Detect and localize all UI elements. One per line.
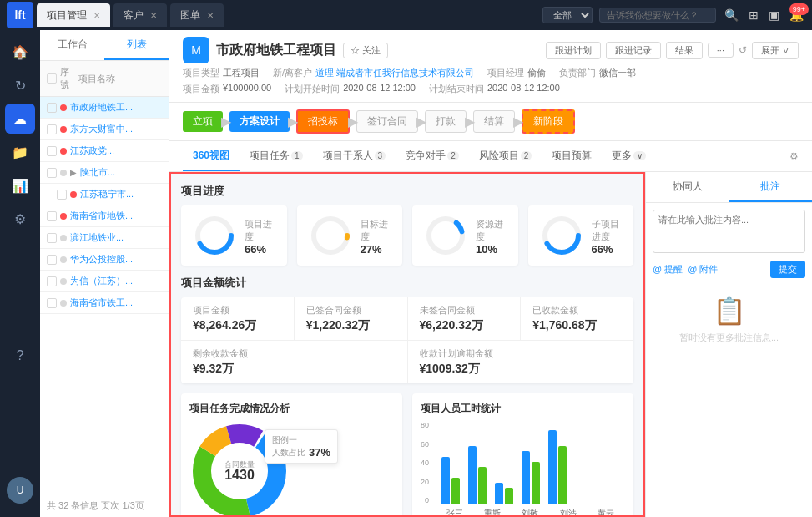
row-checkbox[interactable]	[47, 103, 57, 113]
step-box[interactable]: 结算	[473, 110, 515, 133]
svg-text:1430: 1430	[224, 468, 255, 482]
tab-budget[interactable]: 项目预算	[542, 141, 602, 171]
project-row[interactable]: ▶ 陕北市...	[40, 162, 169, 184]
row-checkbox[interactable]	[47, 124, 57, 134]
attach-tool[interactable]: @ 附件	[688, 263, 718, 276]
expand-icon[interactable]: ▶	[70, 168, 77, 177]
project-list-panel: 工作台 列表 序號 项目名称 市政府地铁工... 东方大财富中... 江苏政党.…	[40, 30, 169, 517]
tab-more[interactable]: 更多 ∨	[602, 141, 656, 171]
mention-tool[interactable]: @ 提醒	[653, 263, 683, 276]
sidebar-item-chart[interactable]: 📊	[5, 170, 35, 200]
comment-input[interactable]	[653, 210, 805, 253]
tab-collaborators[interactable]: 协同人	[646, 172, 729, 202]
bar-actual	[532, 462, 540, 504]
row-checkbox[interactable]	[47, 168, 57, 178]
select-all-checkbox[interactable]	[47, 73, 57, 84]
bar-group-huangyun	[548, 430, 567, 504]
step-dakuan[interactable]: 打款	[425, 110, 467, 133]
project-header: M 市政府地铁工程项目 ☆ 关注 跟进计划 跟进记录 结果 ··· ↺ 展开 ∨…	[169, 30, 812, 103]
project-row[interactable]: 东方大财富中...	[40, 119, 169, 140]
layout-icon[interactable]: ▣	[767, 7, 781, 23]
step-arrow: ▶	[513, 114, 523, 129]
tab-order[interactable]: 图单 ✕	[170, 3, 224, 27]
tab-tasks[interactable]: 项目任务 1	[240, 141, 313, 171]
tab-settings-icon[interactable]: ⚙	[789, 150, 799, 162]
finance-value: ¥1,220.32万	[306, 318, 396, 333]
row-checkbox[interactable]	[47, 276, 57, 286]
grid-icon[interactable]: ⊞	[747, 7, 760, 23]
step-new[interactable]: 新阶段	[522, 109, 575, 134]
step-box-new[interactable]: 新阶段	[522, 109, 575, 134]
tab-badge: 2	[521, 151, 532, 160]
record-button[interactable]: 跟进记录	[606, 42, 661, 59]
tab-project-mgmt[interactable]: 项目管理 ✕	[37, 3, 110, 27]
scope-select[interactable]: 全部	[542, 7, 593, 23]
search-input[interactable]	[599, 8, 716, 23]
project-name: 江苏稳宁市...	[80, 188, 162, 200]
project-row[interactable]: 江苏政党...	[40, 140, 169, 162]
tab-annotations[interactable]: 批注	[729, 172, 813, 202]
user-avatar[interactable]: U	[7, 477, 33, 504]
tab-close-icon[interactable]: ✕	[150, 11, 157, 20]
project-row[interactable]: 华为公投控股...	[40, 249, 169, 271]
sidebar-item-help[interactable]: ?	[5, 341, 35, 371]
project-row[interactable]: 为信（江苏）...	[40, 271, 169, 292]
step-box[interactable]: 方案设计	[229, 111, 290, 132]
step-arrow: ▶	[348, 114, 358, 129]
project-list-header: 工作台 列表	[40, 30, 169, 61]
sidebar-item-settings[interactable]: ⚙	[5, 204, 35, 234]
result-button[interactable]: 结果	[666, 42, 703, 59]
progress-section-title: 项目进度	[181, 184, 633, 199]
step-fangan[interactable]: 方案设计	[229, 111, 290, 132]
project-row[interactable]: 市政府地铁工...	[40, 97, 169, 119]
main-layout: 🏠 ↻ ☁ 📁 📊 ⚙ ? U 工作台 列表 序號 项目名称 市政府地铁工...	[0, 30, 812, 517]
project-row[interactable]: 滨江地铁业...	[40, 227, 169, 249]
project-row[interactable]: 江苏稳宁市...	[40, 184, 169, 205]
donut-sub	[540, 214, 583, 257]
row-checkbox[interactable]	[47, 255, 57, 265]
tab-risks[interactable]: 风险项目 2	[469, 141, 542, 171]
step-jiesuan[interactable]: 结算	[473, 110, 515, 133]
row-checkbox[interactable]	[57, 190, 67, 200]
project-row[interactable]: 海南省市铁工...	[40, 292, 169, 314]
tab-360[interactable]: 360视图	[183, 141, 240, 171]
row-checkbox[interactable]	[47, 211, 57, 221]
content-area: M 市政府地铁工程项目 ☆ 关注 跟进计划 跟进记录 结果 ··· ↺ 展开 ∨…	[169, 30, 812, 517]
tab-close-icon[interactable]: ✕	[207, 11, 214, 20]
row-checkbox[interactable]	[47, 233, 57, 243]
step-hetong[interactable]: 签订合同	[356, 110, 418, 133]
task-chart-title: 项目任务完成情况分析	[189, 402, 394, 416]
more-button[interactable]: ···	[708, 43, 734, 58]
sidebar-item-cloud[interactable]: ☁	[5, 104, 35, 134]
refresh-icon[interactable]: ↺	[739, 44, 747, 56]
plan-button[interactable]: 跟进计划	[546, 42, 601, 59]
step-zhaobishu[interactable]: 招投标	[296, 109, 350, 134]
step-box[interactable]: 立项	[183, 111, 223, 132]
tab-workbench[interactable]: 工作台	[40, 30, 104, 60]
row-checkbox[interactable]	[47, 298, 57, 308]
expand-button[interactable]: 展开 ∨	[752, 42, 799, 59]
sidebar-item-refresh[interactable]: ↻	[5, 70, 35, 100]
bell-button[interactable]: 🔔 99+	[788, 7, 805, 23]
client-value[interactable]: 道理·端成者市任我行信息技术有限公司	[315, 67, 474, 79]
project-row[interactable]: 海南省市地铁...	[40, 205, 169, 227]
step-box[interactable]: 签订合同	[356, 110, 418, 133]
sidebar-item-folder[interactable]: 📁	[5, 137, 35, 167]
project-meta: 项目类型 工程项目 新/离客户 道理·端成者市任我行信息技术有限公司 项目经理 …	[183, 67, 799, 79]
manager-value: 偷偷	[527, 67, 546, 79]
tab-competitors[interactable]: 竞争对手 2	[396, 141, 469, 171]
tab-customer[interactable]: 客户 ✕	[113, 3, 167, 27]
row-checkbox[interactable]	[47, 146, 57, 156]
tab-list[interactable]: 列表	[104, 30, 169, 60]
search-icon[interactable]: 🔍	[723, 7, 740, 23]
follow-button[interactable]: ☆ 关注	[343, 43, 388, 58]
sidebar-item-home[interactable]: 🏠	[5, 37, 35, 67]
send-button[interactable]: 提交	[770, 261, 805, 278]
step-box[interactable]: 打款	[425, 110, 467, 133]
finance-section-title: 项目金额统计	[181, 276, 633, 291]
step-lixiang[interactable]: 立项	[183, 111, 223, 132]
tab-close-icon[interactable]: ✕	[93, 11, 100, 20]
tab-stakeholders[interactable]: 项目干系人 3	[313, 141, 396, 171]
step-box[interactable]: 招投标	[296, 109, 350, 134]
bar-labels: 张三 重斯 刘敬 刘浩 黄云	[436, 508, 625, 517]
